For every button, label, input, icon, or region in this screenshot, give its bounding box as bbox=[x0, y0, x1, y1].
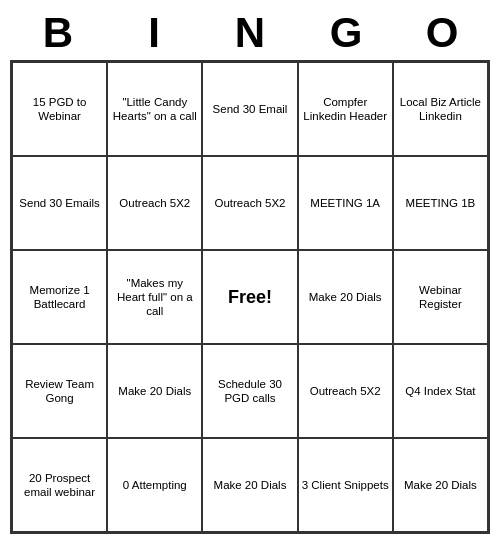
bingo-cell: Make 20 Dials bbox=[298, 250, 393, 344]
bingo-cell: Make 20 Dials bbox=[202, 438, 297, 532]
bingo-cell: 20 Prospect email webinar bbox=[12, 438, 107, 532]
bingo-cell: MEETING 1A bbox=[298, 156, 393, 250]
bingo-cell: MEETING 1B bbox=[393, 156, 488, 250]
bingo-cell: Local Biz Article Linkedin bbox=[393, 62, 488, 156]
bingo-letter: O bbox=[394, 10, 490, 56]
bingo-cell: Send 30 Emails bbox=[12, 156, 107, 250]
bingo-cell: Review Team Gong bbox=[12, 344, 107, 438]
bingo-cell: 15 PGD to Webinar bbox=[12, 62, 107, 156]
bingo-cell: Make 20 Dials bbox=[107, 344, 202, 438]
bingo-cell: Q4 Index Stat bbox=[393, 344, 488, 438]
bingo-cell: 0 Attempting bbox=[107, 438, 202, 532]
bingo-cell: "Little Candy Hearts" on a call bbox=[107, 62, 202, 156]
bingo-cell: Make 20 Dials bbox=[393, 438, 488, 532]
bingo-letter: G bbox=[298, 10, 394, 56]
bingo-cell: 3 Client Snippets bbox=[298, 438, 393, 532]
bingo-letter: I bbox=[106, 10, 202, 56]
bingo-cell: "Makes my Heart full" on a call bbox=[107, 250, 202, 344]
bingo-cell: Schedule 30 PGD calls bbox=[202, 344, 297, 438]
bingo-cell: Outreach 5X2 bbox=[298, 344, 393, 438]
bingo-cell: Memorize 1 Battlecard bbox=[12, 250, 107, 344]
bingo-cell: Webinar Register bbox=[393, 250, 488, 344]
bingo-grid: 15 PGD to Webinar"Little Candy Hearts" o… bbox=[10, 60, 490, 534]
bingo-letter: N bbox=[202, 10, 298, 56]
bingo-cell: Outreach 5X2 bbox=[107, 156, 202, 250]
bingo-cell: Compfer Linkedin Header bbox=[298, 62, 393, 156]
bingo-cell: Free! bbox=[202, 250, 297, 344]
bingo-letter: B bbox=[10, 10, 106, 56]
bingo-title: BINGO bbox=[10, 10, 490, 56]
bingo-cell: Outreach 5X2 bbox=[202, 156, 297, 250]
bingo-cell: Send 30 Email bbox=[202, 62, 297, 156]
